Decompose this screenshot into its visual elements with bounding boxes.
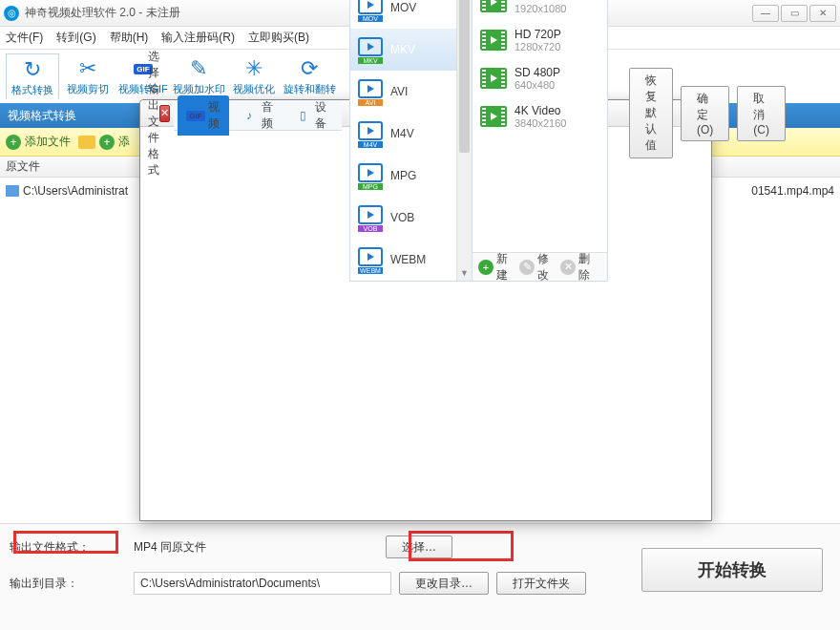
resolution-list: 同原文件自动 HD 1080P1920x1080 HD 720P1280x720… bbox=[472, 0, 607, 252]
add-folder-button[interactable]: + 添 bbox=[78, 134, 130, 150]
crop-icon: ✂ bbox=[74, 55, 101, 82]
delete-preset-button[interactable]: ✕删除 bbox=[560, 251, 590, 284]
edit-preset-button[interactable]: ✎修改 bbox=[519, 251, 549, 284]
format-scrollbar[interactable]: ▲ ▼ bbox=[456, 0, 472, 281]
start-convert-button[interactable]: 开始转换 bbox=[641, 548, 823, 592]
tool-label: 旋转和翻转 bbox=[284, 82, 336, 96]
tool-watermark[interactable]: ✎ 视频加水印 bbox=[172, 53, 225, 98]
video-file-icon bbox=[6, 185, 19, 197]
ok-button[interactable]: 确定(O) bbox=[681, 86, 729, 141]
tab-label: 音频 bbox=[262, 99, 273, 132]
file-path-left: C:\Users\Administrat bbox=[23, 184, 128, 198]
scroll-thumb[interactable] bbox=[459, 0, 470, 153]
tool-trim[interactable]: ✂ 视频剪切 bbox=[61, 53, 115, 98]
output-dir-input[interactable]: C:\Users\Administrator\Documents\ bbox=[134, 572, 391, 595]
format-dialog: 选择输出文件格式 ✕ GIF 视频 ♪ 音频 ▯ 设备 MP4 MP4 MOV … bbox=[139, 99, 712, 521]
gif-icon: GIF bbox=[187, 109, 204, 122]
format-icon: VOB bbox=[356, 203, 385, 232]
plus-icon: + bbox=[6, 135, 21, 150]
select-format-button[interactable]: 选择… bbox=[386, 536, 452, 558]
tool-label: 格式转换 bbox=[11, 83, 53, 97]
brush-icon: ✎ bbox=[185, 55, 212, 82]
res-name: HD 720P bbox=[514, 28, 561, 41]
scroll-down-arrow[interactable]: ▼ bbox=[457, 265, 472, 281]
tool-format-convert[interactable]: ↻ 格式转换 bbox=[6, 53, 59, 99]
film-icon bbox=[480, 106, 507, 127]
change-dir-label: 更改目录… bbox=[415, 576, 472, 592]
dialog-tabs: GIF 视频 ♪ 音频 ▯ 设备 bbox=[174, 100, 342, 131]
app-icon: ◎ bbox=[4, 6, 19, 21]
resolution-actions: +新建 ✎修改 ✕删除 bbox=[472, 252, 607, 281]
open-folder-button[interactable]: 打开文件夹 bbox=[496, 572, 586, 595]
section-title: 视频格式转换 bbox=[8, 108, 76, 124]
x-icon: ✕ bbox=[560, 260, 576, 275]
plus-icon: + bbox=[478, 260, 494, 275]
format-mpg[interactable]: MPG MPG bbox=[350, 155, 472, 197]
menu-goto[interactable]: 转到(G) bbox=[56, 30, 95, 46]
tab-audio[interactable]: ♪ 音频 bbox=[231, 95, 283, 136]
menu-buy[interactable]: 立即购买(B) bbox=[248, 30, 309, 46]
cancel-button[interactable]: 取消(C) bbox=[737, 86, 786, 141]
new-preset-button[interactable]: +新建 bbox=[478, 251, 508, 284]
format-webm[interactable]: WEBM WEBM bbox=[350, 239, 472, 281]
format-label: WEBM bbox=[390, 253, 466, 266]
menu-help[interactable]: 帮助(H) bbox=[110, 30, 149, 46]
change-dir-button[interactable]: 更改目录… bbox=[399, 572, 489, 595]
format-list[interactable]: MP4 MP4 MOV MOV MKV MKV AVI AVI M4V M4V … bbox=[350, 0, 472, 281]
column-header: 原文件 bbox=[6, 158, 40, 175]
dialog-titlebar: 选择输出文件格式 ✕ GIF 视频 ♪ 音频 ▯ 设备 MP4 MP4 MOV … bbox=[140, 100, 711, 127]
format-label: M4V bbox=[390, 127, 466, 140]
plus-icon: + bbox=[99, 135, 115, 150]
dir-value: C:\Users\Administrator\Documents\ bbox=[140, 577, 320, 590]
format-label: AVI bbox=[390, 85, 466, 98]
add-file-label: 添加文件 bbox=[25, 134, 71, 150]
action-label: 修改 bbox=[537, 251, 549, 284]
music-icon: ♪ bbox=[241, 109, 258, 122]
format-mkv[interactable]: MKV MKV bbox=[350, 29, 472, 71]
tab-device[interactable]: ▯ 设备 bbox=[284, 95, 336, 136]
menu-register[interactable]: 输入注册码(R) bbox=[161, 30, 235, 46]
tool-rotate[interactable]: ⟳ 旋转和翻转 bbox=[283, 53, 336, 98]
resolution-720p[interactable]: HD 720P1280x720 bbox=[472, 21, 607, 59]
tab-label: 视频 bbox=[208, 99, 220, 132]
minimize-button[interactable]: — bbox=[752, 5, 779, 22]
folder-icon bbox=[78, 136, 95, 149]
res-sub: 1920x1080 bbox=[514, 3, 567, 14]
btn-label: 恢复默认值 bbox=[645, 74, 657, 152]
format-avi[interactable]: AVI AVI bbox=[350, 71, 472, 113]
add-file-button[interactable]: + 添加文件 bbox=[6, 134, 71, 150]
tool-label: 视频优化 bbox=[233, 82, 275, 96]
dialog-body: MP4 MP4 MOV MOV MKV MKV AVI AVI M4V M4V … bbox=[349, 0, 608, 282]
bottom-panel: 输出文件格式： MP4 同原文件 选择… 输出到目录： C:\Users\Adm… bbox=[0, 523, 840, 630]
menu-file[interactable]: 文件(F) bbox=[6, 30, 43, 46]
btn-label: 确定(O) bbox=[697, 92, 713, 136]
format-m4v[interactable]: M4V M4V bbox=[350, 113, 472, 155]
device-icon: ▯ bbox=[294, 109, 311, 122]
close-button[interactable]: ✕ bbox=[809, 5, 836, 22]
format-icon: MKV bbox=[356, 35, 385, 64]
format-label: MOV bbox=[390, 1, 466, 14]
resolution-480p[interactable]: SD 480P640x480 bbox=[472, 59, 607, 97]
restore-defaults-button[interactable]: 恢复默认值 bbox=[629, 68, 673, 158]
film-icon bbox=[480, 68, 507, 89]
film-icon bbox=[480, 30, 507, 51]
format-label: VOB bbox=[390, 211, 466, 224]
open-folder-label: 打开文件夹 bbox=[513, 576, 570, 592]
action-label: 删除 bbox=[578, 251, 590, 284]
resolution-column: 同原文件自动 HD 1080P1920x1080 HD 720P1280x720… bbox=[472, 0, 607, 281]
format-label: MKV bbox=[390, 43, 466, 56]
output-dir-label: 输出到目录： bbox=[10, 576, 95, 592]
tool-to-gif[interactable]: GIF 视频转GIF bbox=[116, 53, 170, 98]
format-vob[interactable]: VOB VOB bbox=[350, 197, 472, 239]
format-icon: M4V bbox=[356, 119, 385, 148]
tab-video[interactable]: GIF 视频 bbox=[178, 95, 229, 136]
pencil-icon: ✎ bbox=[519, 260, 535, 275]
tool-label: 视频加水印 bbox=[173, 82, 225, 96]
resolution-1080p[interactable]: HD 1080P1920x1080 bbox=[472, 0, 607, 21]
sparkle-icon: ✳ bbox=[241, 55, 267, 82]
maximize-button[interactable]: ▭ bbox=[781, 5, 808, 22]
resolution-4k[interactable]: 4K Video3840x2160 bbox=[472, 97, 607, 136]
dialog-close-button[interactable]: ✕ bbox=[159, 105, 170, 122]
format-mov[interactable]: MOV MOV bbox=[350, 0, 472, 29]
tool-optimize[interactable]: ✳ 视频优化 bbox=[227, 53, 281, 98]
